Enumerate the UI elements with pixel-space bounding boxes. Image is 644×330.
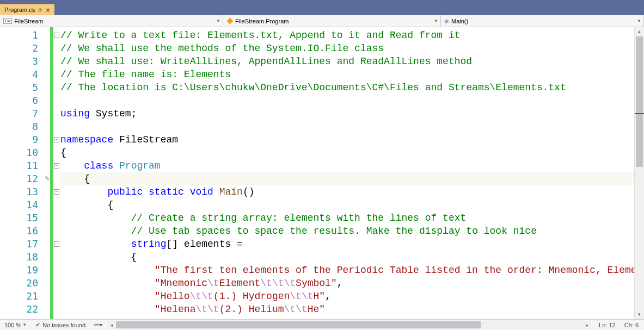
code-line[interactable]: // The file name is: Elements: [60, 68, 634, 81]
scroll-track[interactable]: [116, 321, 583, 329]
line-number: 7: [0, 107, 46, 120]
code-line[interactable]: // We shall use: WriteAllLines, AppendAl…: [60, 55, 634, 68]
fold-toggle[interactable]: −: [54, 241, 59, 247]
fold-toggle[interactable]: −: [54, 33, 59, 38]
nav-method-label: Main(): [451, 18, 468, 24]
line-number: 1: [0, 29, 46, 42]
code-line[interactable]: // Write to a text file: Elements.txt, A…: [60, 29, 634, 42]
fold-toggle[interactable]: −: [54, 137, 59, 142]
vertical-scrollbar[interactable]: ▴ ▾: [634, 27, 644, 319]
nav-class[interactable]: 🔶 FileStream.Program ▼: [223, 15, 441, 27]
code-line[interactable]: class Program: [60, 159, 634, 172]
scroll-right-icon[interactable]: ▸: [583, 322, 591, 328]
fold-toggle[interactable]: −: [54, 189, 59, 195]
code-line[interactable]: {: [60, 172, 634, 185]
line-number: 4: [0, 68, 46, 81]
horizontal-scrollbar[interactable]: ◂ ▸: [108, 321, 591, 329]
tab-program[interactable]: Program.cs ⊕ ×: [0, 4, 54, 15]
scroll-down-icon[interactable]: ▾: [635, 310, 644, 319]
code-line[interactable]: // Use tab spaces to space the results. …: [60, 225, 634, 238]
zoom-label: 100 %: [4, 322, 21, 328]
code-line[interactable]: "Hello\t\t(1.) Hydrogen\t\tH",: [60, 290, 634, 303]
caret-position: Ln: 12 Ch: 6: [593, 322, 644, 328]
line-number: 9: [0, 133, 46, 146]
class-icon: 🔶: [226, 18, 233, 24]
chevron-down-icon[interactable]: ▼: [637, 18, 641, 23]
line-number: 16: [0, 225, 46, 238]
chevron-down-icon[interactable]: ▼: [22, 322, 27, 327]
line-number: 6: [0, 94, 46, 107]
line-number: 12: [0, 172, 46, 185]
line-number: 20: [0, 277, 46, 290]
code-line[interactable]: "Mnemonic\tElement\t\t\tSymbol",: [60, 277, 634, 290]
line-number: 2: [0, 42, 46, 55]
close-icon[interactable]: ×: [46, 7, 50, 14]
code-line[interactable]: namespace FileStream: [60, 133, 634, 146]
line-number: 13: [0, 185, 46, 198]
edit-marker-icon: ✎: [45, 175, 50, 183]
line-number: 22: [0, 303, 46, 316]
code-line[interactable]: "The first ten elements of the Periodic …: [60, 264, 634, 277]
code-line[interactable]: "Helena\t\t(2.) Helium\t\tHe": [60, 303, 634, 316]
line-number: 18: [0, 251, 46, 264]
zoom-level[interactable]: 100 % ▼: [0, 322, 31, 328]
line-number: 17: [0, 238, 46, 251]
editor: 12345678910111213141516171819202122 −−−−…: [0, 27, 644, 319]
code-line[interactable]: using System;: [60, 107, 634, 120]
code-line[interactable]: // Create a string array: elements with …: [60, 211, 634, 225]
line-number: 21: [0, 290, 46, 303]
chevron-down-icon[interactable]: ▼: [216, 18, 220, 23]
line-number: 11: [0, 159, 46, 172]
issues-label: No issues found: [42, 322, 85, 328]
line-number: 5: [0, 81, 46, 94]
nav-namespace[interactable]: C# FileStream ▼: [0, 15, 223, 27]
code-line[interactable]: string[] elements =: [60, 238, 634, 251]
tab-bar: Program.cs ⊕ ×: [0, 3, 644, 15]
scroll-thumb[interactable]: [636, 36, 643, 167]
csharp-icon: C#: [3, 18, 12, 24]
line-indicator: Ln: 12: [599, 322, 616, 328]
chevron-down-icon[interactable]: ▼: [434, 18, 438, 23]
nav-namespace-label: FileStream: [14, 18, 43, 24]
pin-icon[interactable]: ⊕: [38, 7, 42, 13]
fold-toggle[interactable]: −: [54, 163, 59, 169]
code-line[interactable]: [60, 94, 634, 107]
check-icon: ✔: [35, 321, 40, 328]
code-line[interactable]: {: [60, 251, 634, 264]
navigation-bar: C# FileStream ▼ 🔶 FileStream.Program ▼ ◉…: [0, 15, 644, 27]
scroll-left-icon[interactable]: ◂: [108, 322, 116, 328]
code-area[interactable]: // Write to a text file: Elements.txt, A…: [59, 27, 634, 319]
code-line[interactable]: {: [60, 198, 634, 211]
code-line[interactable]: public static void Main(): [60, 185, 634, 198]
code-line[interactable]: // We shall use the methods of the Syste…: [60, 42, 634, 55]
line-number: 10: [0, 146, 46, 159]
code-line[interactable]: {: [60, 146, 634, 159]
glasses-icon[interactable]: 👓▾: [90, 322, 106, 328]
code-line[interactable]: // The location is C:\Users\chukw\OneDri…: [60, 81, 634, 94]
line-number: 15: [0, 211, 46, 225]
status-bar: 100 % ▼ ✔ No issues found 👓▾ ◂ ▸ Ln: 12 …: [0, 319, 644, 330]
line-number: 14: [0, 198, 46, 211]
code-line[interactable]: [60, 120, 634, 133]
line-number-gutter: 12345678910111213141516171819202122: [0, 27, 46, 319]
scroll-caret-marker: [635, 113, 644, 114]
col-indicator: Ch: 6: [624, 322, 639, 328]
nav-method[interactable]: ◉ Main() ▼: [441, 15, 644, 27]
issues-indicator[interactable]: ✔ No issues found: [31, 321, 90, 328]
nav-class-label: FileStream.Program: [235, 18, 289, 24]
scroll-thumb[interactable]: [116, 321, 481, 328]
method-icon: ◉: [444, 18, 449, 24]
tab-label: Program.cs: [4, 7, 35, 13]
line-number: 3: [0, 55, 46, 68]
scroll-up-icon[interactable]: ▴: [635, 27, 644, 36]
fold-margin: −−−−−✎: [46, 27, 59, 319]
line-number: 19: [0, 264, 46, 277]
line-number: 8: [0, 120, 46, 133]
